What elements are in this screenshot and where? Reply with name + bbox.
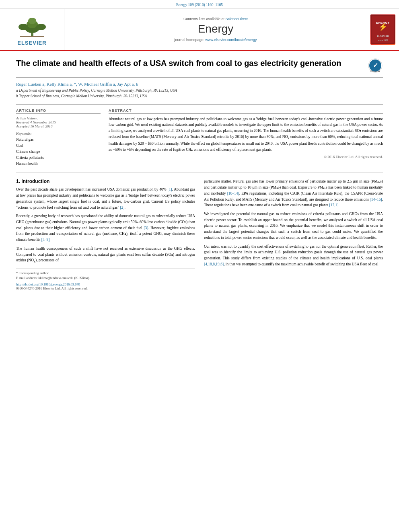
email-note: E-mail address: kklima@andrew.cmu.edu (K…	[16, 275, 195, 281]
ref-14-16[interactable]: [14–16]	[370, 197, 382, 201]
intro-para-1: Over the past decade shale gas developme…	[16, 187, 195, 210]
abstract-col: ABSTRACT Abundant natural gas at low pri…	[109, 109, 383, 167]
crossmark-icon[interactable]: ✓ CrossMark	[368, 58, 383, 73]
main-content: The climate and health effects of a USA …	[0, 51, 399, 298]
homepage-line: journal homepage: www.elsevier.com/locat…	[174, 38, 257, 42]
affiliation-b: b Tepper School of Business, Carnegie Me…	[16, 93, 383, 99]
ref-10-14[interactable]: [10–14]	[227, 191, 239, 195]
sciencedirect-link[interactable]: ScienceDirect	[226, 17, 248, 21]
journal-header: ELSEVIER Contents lists available at Sci…	[0, 9, 399, 51]
intro-section-title: 1. Introduction	[16, 179, 195, 184]
right-para-3: Our intent was not to quantify the cost …	[204, 244, 383, 267]
footnote-area: * Corresponding author. E-mail address: …	[16, 269, 195, 281]
journal-ref: Energy 109 (2016) 1160–1165	[176, 3, 223, 7]
accepted-date: Accepted 16 March 2016	[16, 124, 101, 128]
keywords-title: Keywords:	[16, 131, 101, 136]
elsevier-logo: ELSEVIER	[12, 13, 52, 46]
body-two-col: 1. Introduction Over the past decade sha…	[16, 179, 383, 290]
body-right-col: particulate matter. Natural gas also has…	[204, 179, 383, 290]
top-banner: Energy 109 (2016) 1160–1165	[0, 0, 399, 9]
right-para-2: We investigated the potential for natura…	[204, 211, 383, 241]
article-title-section: The climate and health effects of a USA …	[16, 58, 383, 78]
elsevier-wordmark: ELSEVIER	[17, 40, 46, 46]
svg-text:⚡: ⚡	[378, 23, 388, 31]
journal-header-right: ENERGY ⚡ ELSEVIER since 1976	[367, 9, 399, 50]
email-link[interactable]: kklima@andrew.cmu.edu	[38, 276, 73, 280]
abstract-header: ABSTRACT	[109, 109, 383, 114]
svg-point-3	[28, 18, 36, 24]
corresponding-author-note: * Corresponding author.	[16, 271, 195, 276]
keyword-5: Human health	[16, 161, 101, 167]
keyword-3: Climate change	[16, 149, 101, 155]
intro-para-2: Recently, a growing body of research has…	[16, 213, 195, 243]
svg-point-5	[36, 24, 46, 30]
affiliation-a: a Department of Engineering and Public P…	[16, 88, 383, 93]
ref-4-9[interactable]: [4–9]	[41, 238, 50, 242]
ref-2[interactable]: [2]	[120, 205, 124, 210]
body-left-col: 1. Introduction Over the past decade sha…	[16, 179, 195, 290]
svg-text:since 1976: since 1976	[378, 39, 388, 41]
article-info-header: ARTICLE INFO	[16, 109, 101, 114]
section-divider	[16, 173, 383, 173]
page-wrapper: Energy 109 (2016) 1160–1165	[0, 0, 399, 298]
keyword-4: Criteria pollutants	[16, 155, 101, 161]
article-history: Article history: Received 4 November 201…	[16, 116, 101, 128]
journal-header-left: ELSEVIER	[0, 9, 64, 50]
journal-title: Energy	[198, 23, 234, 35]
history-label: Article history:	[16, 116, 101, 120]
intro-para-3: The human health consequences of such a …	[16, 246, 195, 265]
received-date: Received 4 November 2015	[16, 120, 101, 124]
issn-line: 0360-5442/© 2016 Elsevier Ltd. All right…	[16, 286, 195, 290]
authors-section: Roger Lueken a, Kelly Klima a, *, W. Mic…	[16, 82, 383, 99]
right-para-1: particulate matter. Natural gas also has…	[204, 179, 383, 208]
ref-17-1[interactable]: [17,1]	[329, 203, 339, 207]
copyright-line: © 2016 Elsevier Ltd. All rights reserved…	[109, 155, 383, 159]
article-info-col: ARTICLE INFO Article history: Received 4…	[16, 109, 101, 167]
svg-text:✓: ✓	[373, 62, 378, 69]
doi-line[interactable]: http://dx.doi.org/10.1016/j.energy.2016.…	[16, 282, 195, 286]
svg-text:CrossMark: CrossMark	[370, 70, 380, 72]
keyword-2: Coal	[16, 143, 101, 149]
svg-text:ELSEVIER: ELSEVIER	[377, 35, 389, 37]
ref-1[interactable]: [1]	[167, 187, 172, 191]
journal-header-center: Contents lists available at ScienceDirec…	[64, 9, 367, 50]
elsevier-tree-icon	[12, 13, 52, 39]
abstract-text: Abundant natural gas at low prices has p…	[109, 116, 383, 153]
two-col-section: ARTICLE INFO Article history: Received 4…	[16, 104, 383, 167]
energy-badge-icon: ENERGY ⚡ ELSEVIER since 1976	[370, 14, 395, 45]
keyword-1: Natural gas	[16, 137, 101, 143]
svg-rect-6	[20, 36, 44, 37]
sciencedirect-line: Contents lists available at ScienceDirec…	[183, 17, 248, 21]
article-title: The climate and health effects of a USA …	[16, 58, 341, 68]
homepage-link[interactable]: www.elsevier.com/locate/energy	[206, 38, 257, 42]
ref-4-18[interactable]: [4,18,8,19,6]	[204, 262, 224, 266]
authors-line: Roger Lueken a, Kelly Klima a, *, W. Mic…	[16, 82, 383, 86]
ref-3[interactable]: [3]	[144, 226, 148, 230]
svg-point-4	[19, 24, 28, 30]
keywords-section: Keywords: Natural gas Coal Climate chang…	[16, 131, 101, 167]
